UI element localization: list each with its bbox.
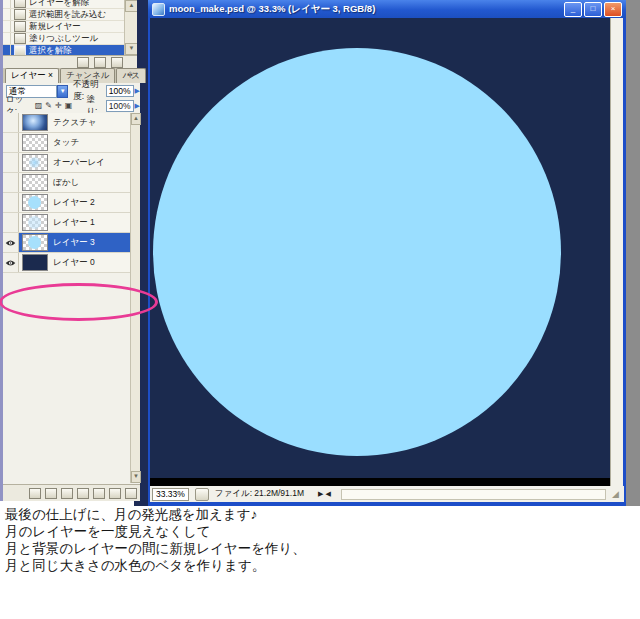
layer-row-touch[interactable]: タッチ <box>3 133 134 153</box>
layer-row-overlay[interactable]: オーバーレイ <box>3 153 134 173</box>
link-layers-icon[interactable] <box>29 488 41 499</box>
maximize-button[interactable]: □ <box>584 2 602 17</box>
history-item-label: 選択範囲を読み込む <box>29 9 106 21</box>
layer-row-layer2[interactable]: レイヤー 2 <box>3 193 134 213</box>
minimize-button[interactable]: _ <box>564 2 582 17</box>
layer-name: レイヤー 1 <box>53 217 95 229</box>
lock-pixels-icon[interactable] <box>45 101 52 111</box>
scroll-up-icon[interactable]: ▲ <box>131 113 141 125</box>
opacity-value[interactable]: 100% <box>106 85 134 97</box>
eye-icon <box>5 259 16 267</box>
vertical-scrollbar[interactable] <box>610 18 623 486</box>
visibility-toggle[interactable] <box>3 133 19 152</box>
visibility-toggle[interactable] <box>3 153 19 172</box>
release-layer-icon <box>14 0 26 8</box>
new-document-from-state-icon[interactable] <box>77 57 89 68</box>
layer-mask-icon[interactable] <box>61 488 73 499</box>
layer-row-blur[interactable]: ぼかし <box>3 173 134 193</box>
layer-thumbnail <box>22 174 48 191</box>
layers-scrollbar[interactable]: ▲ ▼ <box>130 113 140 483</box>
lock-row: ロック: 塗り: 100% ▶ <box>3 99 140 113</box>
layer-row-layer3-selected[interactable]: レイヤー 3 <box>3 233 134 253</box>
photoshop-document-icon <box>152 3 165 16</box>
layers-panel: レイヤー × チャンネル パス ▪▪ 通常 ▼ 不透明度: 100% ▶ ロック… <box>0 68 140 501</box>
tab-layers[interactable]: レイヤー × <box>5 68 59 83</box>
history-item[interactable]: 選択範囲を読み込む <box>3 9 124 21</box>
visibility-toggle-on[interactable] <box>3 253 19 272</box>
visibility-toggle[interactable] <box>3 113 19 132</box>
layer-row-layer1[interactable]: レイヤー 1 <box>3 213 134 233</box>
new-layer-icon <box>14 21 26 32</box>
history-source-well[interactable] <box>3 0 11 8</box>
file-size-info: ファイル: 21.2M/91.1M <box>215 488 304 500</box>
layer-row-layer0[interactable]: レイヤー 0 <box>3 253 134 273</box>
layer-thumbnail <box>22 154 48 171</box>
canvas-edge-strip <box>150 478 610 486</box>
layer-name: テクスチャ <box>53 117 97 129</box>
layer-thumbnail <box>22 254 48 271</box>
history-item-label: 新規レイヤー <box>29 21 81 33</box>
layers-panel-footer <box>3 484 140 501</box>
moon-base-circle <box>153 48 561 456</box>
zoom-level-field[interactable]: 33.33% <box>152 488 189 501</box>
caption-line: 最後の仕上げに、月の発光感を加えます♪ <box>5 506 625 523</box>
page-right-margin <box>626 0 640 506</box>
new-snapshot-icon[interactable] <box>94 57 106 68</box>
layer-row-texture[interactable]: テクスチャ <box>3 113 134 133</box>
status-options-arrow-icon[interactable]: ▶◀ <box>318 490 333 498</box>
caption-line: 月のレイヤーを一度見えなくして <box>5 523 625 540</box>
history-source-well[interactable] <box>3 21 11 32</box>
delete-state-icon[interactable] <box>111 57 123 68</box>
layer-name: ぼかし <box>53 177 79 189</box>
caption-line: 月と背景のレイヤーの間に新規レイヤーを作り、 <box>5 540 625 557</box>
layer-name: オーバーレイ <box>53 157 105 169</box>
document-title: moon_make.psd @ 33.3% (レイヤー 3, RGB/8) <box>169 3 564 16</box>
lock-transparency-icon[interactable] <box>35 101 43 111</box>
document-canvas[interactable] <box>150 18 610 478</box>
layer-name: レイヤー 2 <box>53 197 95 209</box>
resize-grip-icon[interactable]: ◢ <box>612 489 622 499</box>
new-layer-icon[interactable] <box>109 488 121 499</box>
visibility-toggle[interactable] <box>3 193 19 212</box>
visibility-toggle[interactable] <box>3 173 19 192</box>
scroll-down-icon[interactable]: ▼ <box>131 471 141 483</box>
document-statusbar: 33.33% ファイル: 21.2M/91.1M ▶◀ ◢ <box>150 486 624 502</box>
history-item[interactable]: 新規レイヤー <box>3 21 124 33</box>
history-item-label: 塗りつぶしツール <box>29 33 98 45</box>
caption-line: 月と同じ大きさの水色のベタを作ります。 <box>5 557 625 574</box>
close-button[interactable]: × <box>604 2 622 17</box>
visibility-toggle-on[interactable] <box>3 233 19 252</box>
tutorial-caption: 最後の仕上げに、月の発光感を加えます♪ 月のレイヤーを一度見えなくして 月と背景… <box>5 506 625 574</box>
layer-thumbnail <box>22 234 48 251</box>
tutorial-page: レイヤーを解除 選択範囲を読み込む 新規レイヤー 塗りつぶしツール 選択を解除 <box>0 0 640 619</box>
opacity-spinner-icon[interactable]: ▶ <box>135 87 140 95</box>
history-list: レイヤーを解除 選択範囲を読み込む 新規レイヤー 塗りつぶしツール 選択を解除 <box>3 0 124 57</box>
layer-name: レイヤー 0 <box>53 257 95 269</box>
fill-spinner-icon[interactable]: ▶ <box>135 102 140 110</box>
status-info-icon <box>195 488 209 501</box>
lock-position-icon[interactable] <box>55 101 62 111</box>
layer-thumbnail <box>22 214 48 231</box>
lock-all-icon[interactable] <box>65 101 73 111</box>
layers-panel-tabbar: レイヤー × チャンネル パス ▪▪ <box>3 68 140 83</box>
history-scrollbar[interactable]: ▲ ▼ <box>124 0 137 55</box>
scroll-up-icon[interactable]: ▲ <box>125 0 137 12</box>
document-window: moon_make.psd @ 33.3% (レイヤー 3, RGB/8) _ … <box>148 0 626 506</box>
fill-value[interactable]: 100% <box>106 100 134 112</box>
panel-menu-icon[interactable]: ▪▪ <box>123 70 137 79</box>
history-source-well[interactable] <box>3 9 11 20</box>
history-source-well[interactable] <box>3 33 11 44</box>
scroll-down-icon[interactable]: ▼ <box>125 43 137 55</box>
history-item[interactable]: 塗りつぶしツール <box>3 33 124 45</box>
layer-group-icon[interactable] <box>93 488 105 499</box>
layer-style-icon[interactable] <box>45 488 57 499</box>
document-titlebar[interactable]: moon_make.psd @ 33.3% (レイヤー 3, RGB/8) _ … <box>148 0 626 18</box>
adjustment-layer-icon[interactable] <box>77 488 89 499</box>
layer-thumbnail <box>22 114 48 131</box>
visibility-toggle[interactable] <box>3 213 19 232</box>
combo-arrow-icon[interactable]: ▼ <box>57 85 68 98</box>
paint-bucket-icon <box>14 33 26 44</box>
delete-layer-icon[interactable] <box>125 488 137 499</box>
horizontal-scrollbar[interactable] <box>341 489 606 500</box>
history-item-label: レイヤーを解除 <box>29 0 89 9</box>
